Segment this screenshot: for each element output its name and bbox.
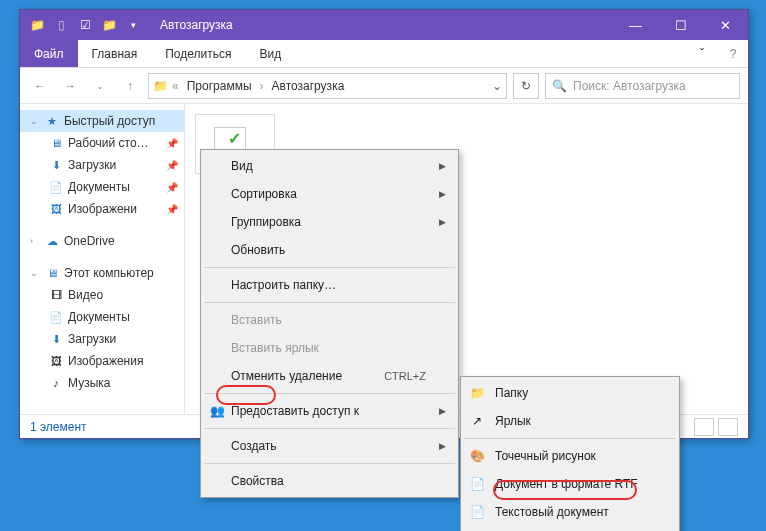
rtf-icon: 📄 bbox=[469, 476, 485, 492]
tab-file[interactable]: Файл bbox=[20, 40, 78, 67]
pin-icon: 📌 bbox=[166, 182, 184, 193]
qat-separator: ▯ bbox=[50, 14, 72, 36]
star-icon: ★ bbox=[44, 113, 60, 129]
up-button[interactable]: ↑ bbox=[118, 74, 142, 98]
tree-label: Быстрый доступ bbox=[64, 114, 155, 128]
tab-share[interactable]: Поделиться bbox=[151, 40, 245, 67]
context-menu: Вид Сортировка Группировка Обновить Наст… bbox=[200, 149, 459, 498]
view-switcher bbox=[694, 418, 738, 436]
submenu-zip[interactable]: 🗜Сжатая ZIP-папка bbox=[463, 526, 677, 531]
icons-view-button[interactable] bbox=[718, 418, 738, 436]
menu-separator bbox=[464, 438, 676, 439]
submenu-new: 📁Папку ↗Ярлык 🎨Точечный рисунок 📄Докумен… bbox=[460, 376, 680, 531]
tab-view[interactable]: Вид bbox=[245, 40, 295, 67]
tree-label: Документы bbox=[68, 310, 130, 324]
menu-customize-folder[interactable]: Настроить папку… bbox=[203, 271, 456, 299]
refresh-button[interactable]: ↻ bbox=[513, 73, 539, 99]
menu-give-access[interactable]: 👥Предоставить доступ к bbox=[203, 397, 456, 425]
tree-pictures[interactable]: 🖼Изображения bbox=[20, 350, 184, 372]
menu-label: Документ в формате RTF bbox=[495, 477, 638, 491]
close-button[interactable]: ✕ bbox=[703, 10, 748, 40]
menu-group[interactable]: Группировка bbox=[203, 208, 456, 236]
desktop-icon: 🖥 bbox=[48, 135, 64, 151]
document-icon: 📄 bbox=[48, 309, 64, 325]
tree-downloads[interactable]: ⬇Загрузки bbox=[20, 328, 184, 350]
search-input[interactable]: 🔍 Поиск: Автозагрузка bbox=[545, 73, 740, 99]
submenu-shortcut[interactable]: ↗Ярлык bbox=[463, 407, 677, 435]
properties-icon[interactable]: ☑ bbox=[74, 14, 96, 36]
video-icon: 🎞 bbox=[48, 287, 64, 303]
menu-label: Отменить удаление bbox=[231, 369, 342, 383]
picture-icon: 🖼 bbox=[48, 201, 64, 217]
submenu-bitmap[interactable]: 🎨Точечный рисунок bbox=[463, 442, 677, 470]
menu-view[interactable]: Вид bbox=[203, 152, 456, 180]
maximize-button[interactable]: ☐ bbox=[658, 10, 703, 40]
chevron-right-icon: › bbox=[30, 236, 40, 246]
search-icon: 🔍 bbox=[552, 79, 567, 93]
menu-sort[interactable]: Сортировка bbox=[203, 180, 456, 208]
tree-onedrive[interactable]: ›☁OneDrive bbox=[20, 230, 184, 252]
folder-icon: 📁 bbox=[469, 385, 485, 401]
menu-separator bbox=[204, 267, 455, 268]
menu-label: Текстовый документ bbox=[495, 505, 609, 519]
menu-undo-delete[interactable]: Отменить удалениеCTRL+Z bbox=[203, 362, 456, 390]
path-segment-startup[interactable]: Автозагрузка bbox=[268, 79, 349, 93]
window-title: Автозагрузка bbox=[150, 18, 613, 32]
menu-label: Вставить ярлык bbox=[231, 341, 319, 355]
menu-label: Точечный рисунок bbox=[495, 449, 596, 463]
bitmap-icon: 🎨 bbox=[469, 448, 485, 464]
tree-video[interactable]: 🎞Видео bbox=[20, 284, 184, 306]
menu-separator bbox=[204, 302, 455, 303]
chevron-down-icon: ⌄ bbox=[30, 268, 40, 278]
tree-label: OneDrive bbox=[64, 234, 115, 248]
qat-dropdown-icon[interactable]: ▾ bbox=[122, 14, 144, 36]
menu-properties[interactable]: Свойства bbox=[203, 467, 456, 495]
minimize-button[interactable]: — bbox=[613, 10, 658, 40]
menu-paste: Вставить bbox=[203, 306, 456, 334]
tree-this-pc[interactable]: ⌄🖥Этот компьютер bbox=[20, 262, 184, 284]
submenu-folder[interactable]: 📁Папку bbox=[463, 379, 677, 407]
help-icon[interactable]: ? bbox=[718, 40, 748, 67]
menu-paste-shortcut: Вставить ярлык bbox=[203, 334, 456, 362]
tree-downloads[interactable]: ⬇Загрузки📌 bbox=[20, 154, 184, 176]
download-icon: ⬇ bbox=[48, 331, 64, 347]
path-prefix: « bbox=[172, 79, 179, 93]
tree-pictures[interactable]: 🖼Изображени📌 bbox=[20, 198, 184, 220]
ribbon-expand-icon[interactable]: ˇ bbox=[686, 40, 718, 67]
tree-documents[interactable]: 📄Документы bbox=[20, 306, 184, 328]
menu-separator bbox=[204, 463, 455, 464]
submenu-text-document[interactable]: 📄Текстовый документ bbox=[463, 498, 677, 526]
address-dropdown-icon[interactable]: ⌄ bbox=[492, 79, 502, 93]
search-placeholder: Поиск: Автозагрузка bbox=[573, 79, 686, 93]
shortcut-icon: ↗ bbox=[469, 413, 485, 429]
address-bar[interactable]: 📁 « Программы › Автозагрузка ⌄ bbox=[148, 73, 507, 99]
menu-label: Сортировка bbox=[231, 187, 297, 201]
picture-icon: 🖼 bbox=[48, 353, 64, 369]
tree-desktop[interactable]: 🖥Рабочий сто…📌 bbox=[20, 132, 184, 154]
tree-label: Этот компьютер bbox=[64, 266, 154, 280]
recent-dropdown-icon[interactable]: ⌄ bbox=[88, 74, 112, 98]
tree-label: Видео bbox=[68, 288, 103, 302]
new-folder-icon[interactable]: 📁 bbox=[98, 14, 120, 36]
menu-label: Настроить папку… bbox=[231, 278, 336, 292]
forward-button[interactable]: → bbox=[58, 74, 82, 98]
tree-music[interactable]: ♪Музыка bbox=[20, 372, 184, 394]
menu-refresh[interactable]: Обновить bbox=[203, 236, 456, 264]
ribbon-spacer bbox=[295, 40, 686, 67]
menu-new[interactable]: Создать bbox=[203, 432, 456, 460]
folder-icon: 📁 bbox=[26, 14, 48, 36]
music-icon: ♪ bbox=[48, 375, 64, 391]
tree-quick-access[interactable]: ⌄ ★ Быстрый доступ bbox=[20, 110, 184, 132]
details-view-button[interactable] bbox=[694, 418, 714, 436]
submenu-rtf[interactable]: 📄Документ в формате RTF bbox=[463, 470, 677, 498]
menu-label: Свойства bbox=[231, 474, 284, 488]
path-segment-programs[interactable]: Программы bbox=[183, 79, 256, 93]
pc-icon: 🖥 bbox=[44, 265, 60, 281]
tree-label: Изображени bbox=[68, 202, 137, 216]
text-icon: 📄 bbox=[469, 504, 485, 520]
menu-label: Ярлык bbox=[495, 414, 531, 428]
tab-home[interactable]: Главная bbox=[78, 40, 152, 67]
back-button[interactable]: ← bbox=[28, 74, 52, 98]
tree-label: Изображения bbox=[68, 354, 143, 368]
tree-documents[interactable]: 📄Документы📌 bbox=[20, 176, 184, 198]
